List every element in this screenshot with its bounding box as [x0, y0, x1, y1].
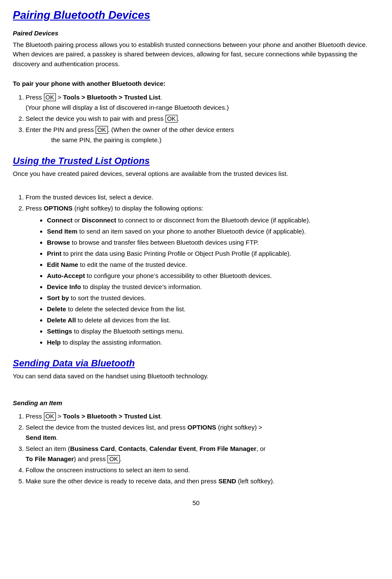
sending-step-2: Select the device from the trusted devic… [26, 422, 379, 443]
option-device-info: Device Info to display the trusted devic… [47, 282, 379, 292]
option-connect: Connect or Disconnect to connect to or d… [47, 215, 379, 225]
option-delete-all: Delete All to delete all devices from th… [47, 315, 379, 325]
sending-steps-list: Press OK > Tools > Bluetooth > Trusted L… [26, 411, 379, 486]
paired-devices-para: The Bluetooth pairing process allows you… [13, 40, 379, 69]
ok-box-2: OK [166, 115, 177, 123]
business-card-label: Business Card [70, 445, 115, 452]
trusted-step-2: Press OPTIONS (right softkey) to display… [26, 203, 379, 348]
option-delete: Delete to delete the selected device fro… [47, 304, 379, 314]
trusted-step-1: From the trusted devices list, select a … [26, 192, 379, 202]
sending-step1-bold: Tools > Bluetooth > Trusted List [63, 412, 160, 420]
step1-sub: (Your phone will display a list of disco… [26, 104, 229, 111]
from-file-manager-label: From File Manager [200, 445, 256, 452]
how-to-heading: To pair your phone with another Bluetoot… [13, 79, 379, 89]
pairing-step-3: Enter the PIN and press OK. (When the ow… [26, 125, 379, 145]
pairing-step-1: Press OK > Tools > Bluetooth > Trusted L… [26, 92, 379, 113]
trusted-list-para: Once you have created paired devices, se… [13, 169, 379, 179]
sending-item-heading: Sending an Item [13, 398, 379, 408]
calendar-event-label: Calendar Event [149, 445, 196, 452]
page-number: 50 [13, 499, 379, 506]
option-browse: Browse to browse and transfer files betw… [47, 237, 379, 248]
ok-box-1: OK [44, 94, 56, 102]
trusted-list-heading: Using the Trusted List Options [13, 155, 379, 167]
paired-devices-heading: Paired Devices [13, 29, 379, 38]
trusted-list-steps: From the trusted devices list, select a … [26, 192, 379, 348]
option-send-item: Send Item to send an item saved on your … [47, 226, 379, 237]
options-list: Connect or Disconnect to connect to or d… [47, 215, 379, 348]
pairing-steps-list: Press OK > Tools > Bluetooth > Trusted L… [26, 92, 379, 145]
option-auto-accept: Auto-Accept to configure your phone’s ac… [47, 271, 379, 281]
page-title: Pairing Bluetooth Devices [13, 9, 379, 22]
option-help: Help to display the assisting informatio… [47, 337, 379, 348]
ok-box-4: OK [44, 412, 56, 421]
ok-box-5: OK [107, 455, 119, 463]
send-item-label: Send Item [26, 434, 56, 441]
option-print: Print to print the data using Basic Prin… [47, 249, 379, 259]
option-sort-by: Sort by to sort the trusted devices. [47, 293, 379, 303]
sending-data-heading: Sending Data via Bluetooth [13, 358, 379, 369]
option-edit-name: Edit Name to edit the name of the truste… [47, 260, 379, 270]
contacts-label: Contacts [119, 445, 146, 452]
sending-step-1: Press OK > Tools > Bluetooth > Trusted L… [26, 411, 379, 421]
sending-step-5: Make sure the other device is ready to r… [26, 476, 379, 486]
pairing-step-2: Select the device you wish to pair with … [26, 114, 379, 124]
sending-step-3: Select an item (Business Card, Contacts,… [26, 444, 379, 464]
sending-step-4: Follow the onscreen instructions to sele… [26, 465, 379, 475]
options-label-2: OPTIONS [187, 424, 216, 431]
step1-bold: Tools > Bluetooth > Trusted List [63, 94, 160, 101]
sending-data-para: You can send data saved on the handset u… [13, 371, 379, 381]
option-settings: Settings to display the Bluetooth settin… [47, 326, 379, 336]
ok-box-3: OK [96, 126, 107, 134]
step3-sub: the same PIN, the pairing is complete.) [51, 136, 161, 143]
send-label: SEND [218, 477, 236, 485]
options-label: OPTIONS [44, 205, 73, 212]
to-file-manager-label: To File Manager [26, 455, 74, 462]
